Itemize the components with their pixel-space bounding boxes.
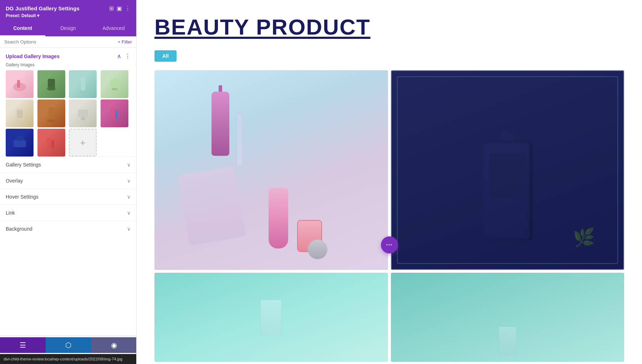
panel-header-icons: ⊞ ▣ ⋮	[109, 5, 131, 12]
thumbnail-3[interactable]	[69, 70, 97, 98]
overlay-section: Overlay ∨	[0, 173, 136, 189]
svg-rect-1	[17, 80, 20, 88]
svg-rect-9	[17, 110, 23, 118]
svg-rect-12	[78, 109, 88, 117]
filter-bar: All	[154, 50, 624, 62]
svg-point-3	[46, 87, 56, 91]
nav-button-3[interactable]: ◉	[91, 337, 137, 353]
svg-point-17	[16, 135, 24, 141]
fab-icon: ···	[386, 241, 392, 249]
background-section: Background ∨	[0, 221, 136, 237]
filter-all-button[interactable]: All	[154, 50, 177, 62]
svg-rect-16	[14, 140, 26, 147]
preview-content: BEAUTY PRODUCT All	[137, 0, 642, 364]
gallery-item-3[interactable]	[154, 273, 388, 362]
filter-button[interactable]: + Filter	[118, 39, 132, 45]
bottom-nav-bar: ☰ ⬡ ◉	[0, 335, 137, 354]
thumbnail-10[interactable]	[37, 129, 65, 157]
upload-section-title: Upload Gallery Images	[6, 53, 60, 59]
svg-point-11	[47, 119, 56, 122]
overlay-label: Overlay	[6, 178, 23, 184]
nav-icon-3: ◉	[111, 341, 117, 349]
right-panel: BEAUTY PRODUCT All	[137, 0, 642, 364]
hover-settings-chevron-icon: ∨	[127, 194, 131, 200]
tab-content[interactable]: Content	[0, 22, 45, 36]
panel-title: DG Justified Gallery Settings	[6, 5, 80, 11]
hover-settings-header[interactable]: Hover Settings ∨	[0, 189, 136, 205]
svg-rect-4	[81, 77, 85, 91]
add-icon: +	[80, 137, 85, 148]
more-icon[interactable]: ⋮	[125, 5, 131, 12]
upload-section-controls: ∧ ⋮	[117, 53, 131, 60]
upload-section-header: Upload Gallery Images ∧ ⋮	[0, 48, 136, 62]
image-grid: +	[0, 70, 136, 157]
overlay-chevron-icon: ∨	[127, 178, 131, 184]
upload-dots-icon[interactable]: ⋮	[125, 53, 131, 60]
link-label: Link	[6, 210, 15, 216]
hover-settings-section: Hover Settings ∨	[0, 189, 136, 205]
svg-rect-13	[81, 117, 85, 120]
left-panel: DG Justified Gallery Settings ⊞ ▣ ⋮ Pres…	[0, 0, 137, 364]
thumbnail-9[interactable]	[6, 129, 34, 157]
url-text: divi-child-theme-review.local/wp-content…	[4, 357, 122, 361]
svg-rect-15	[115, 110, 118, 119]
thumbnail-2[interactable]	[37, 70, 65, 98]
svg-point-5	[80, 90, 87, 93]
panel-content: Upload Gallery Images ∧ ⋮ Gallery Images	[0, 48, 136, 364]
panel-header: DG Justified Gallery Settings ⊞ ▣ ⋮ Pres…	[0, 0, 136, 22]
svg-rect-14	[111, 108, 114, 119]
page-title: BEAUTY PRODUCT	[154, 14, 624, 40]
gallery-settings-header[interactable]: Gallery Settings ∨	[0, 157, 136, 173]
background-chevron-icon: ∨	[127, 226, 131, 232]
tab-advanced[interactable]: Advanced	[91, 22, 136, 36]
search-input[interactable]	[4, 39, 115, 45]
thumbnail-8[interactable]	[101, 99, 128, 127]
preset-label[interactable]: Preset: Default ▾	[6, 13, 131, 18]
svg-rect-10	[49, 107, 54, 120]
url-bar: divi-child-theme-review.local/wp-content…	[0, 354, 137, 364]
gallery-item-1[interactable]	[154, 70, 388, 270]
upload-chevron-icon[interactable]: ∧	[117, 53, 121, 60]
nav-button-2[interactable]: ⬡	[46, 337, 91, 353]
link-header[interactable]: Link ∨	[0, 205, 136, 221]
nav-icon-1: ☰	[20, 341, 26, 349]
overlay-header[interactable]: Overlay ∨	[0, 173, 136, 189]
svg-rect-18	[47, 138, 51, 148]
thumbnail-4[interactable]	[101, 70, 128, 98]
gallery-settings-label: Gallery Settings	[6, 162, 41, 168]
grid-icon[interactable]: ⊞	[109, 5, 114, 12]
layout-icon[interactable]: ▣	[117, 5, 122, 12]
search-bar: + Filter	[0, 36, 136, 48]
svg-rect-7	[112, 88, 117, 90]
gallery-settings-chevron-icon: ∨	[127, 162, 131, 168]
background-label: Background	[6, 226, 32, 232]
thumbnail-5[interactable]	[6, 99, 34, 127]
gallery-settings-section: Gallery Settings ∨	[0, 157, 136, 173]
gallery-item-2[interactable]: 🌿	[391, 70, 625, 270]
fab-button[interactable]: ···	[381, 236, 398, 253]
thumbnail-7[interactable]	[69, 99, 97, 127]
add-image-button[interactable]: +	[69, 129, 97, 157]
gallery-grid: 🌿	[154, 70, 624, 362]
link-section: Link ∨	[0, 205, 136, 221]
thumbnail-1[interactable]	[6, 70, 34, 98]
svg-point-6	[109, 78, 119, 88]
nav-icon-2: ⬡	[65, 341, 71, 349]
thumbnail-6[interactable]	[37, 99, 65, 127]
background-header[interactable]: Background ∨	[0, 221, 136, 237]
svg-rect-19	[51, 140, 54, 148]
gallery-item-4[interactable]	[391, 273, 625, 362]
hover-settings-label: Hover Settings	[6, 194, 39, 200]
nav-button-1[interactable]: ☰	[0, 337, 46, 353]
link-chevron-icon: ∨	[127, 210, 131, 216]
tab-design[interactable]: Design	[45, 22, 91, 36]
gallery-images-label: Gallery Images	[0, 62, 136, 70]
panel-tabs: Content Design Advanced	[0, 22, 136, 36]
